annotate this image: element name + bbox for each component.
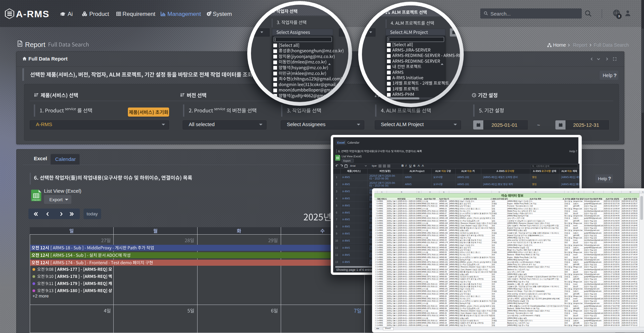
svg-text:SPREADSHEET: SPREADSHEET — [32, 199, 40, 201]
